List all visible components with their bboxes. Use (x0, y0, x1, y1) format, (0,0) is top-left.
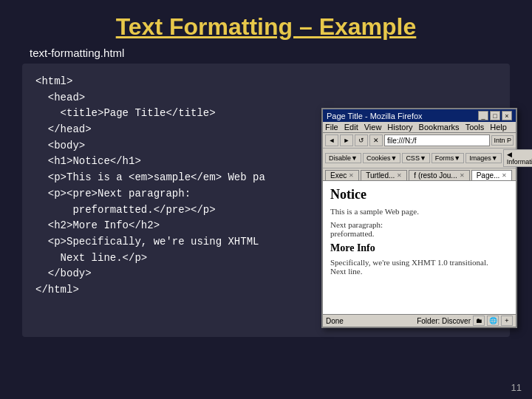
menu-tools[interactable]: Tools (466, 123, 485, 132)
tab-page-close[interactable]: ✕ (502, 172, 507, 179)
status-icon1: 🖿 (473, 316, 485, 326)
cookies-button[interactable]: Cookies▼ (363, 153, 400, 163)
go-button[interactable]: Intn P (491, 135, 514, 146)
filename-label: text-formatting.html (30, 47, 124, 59)
slide: Text Formatting – Example text-formattin… (0, 0, 532, 399)
browser-statusbar: Done Folder: Discover 🖿 🌐 + (323, 314, 516, 327)
information-button[interactable]: ◀ Information (503, 149, 532, 167)
titlebar-buttons: _ □ × (478, 111, 512, 120)
css-button[interactable]: CSS▼ (402, 153, 429, 163)
tab-page-label: Page... (477, 171, 500, 180)
menu-bookmarks[interactable]: Bookmarks (419, 123, 460, 132)
tab-resto[interactable]: f (resto Jou... ✕ (409, 170, 469, 180)
browser-content: Notice This is a sample Web page. Next p… (323, 181, 516, 314)
content-h1: Notice (330, 187, 508, 202)
tab-page[interactable]: Page... ✕ (471, 170, 513, 180)
status-icon3: + (501, 316, 513, 326)
tab-exec-close[interactable]: ✕ (349, 172, 354, 179)
content-p1: This is a sample Web page. (330, 207, 508, 216)
browser-menubar: File Edit View History Bookmarks Tools H… (323, 122, 516, 133)
tab-resto-close[interactable]: ✕ (460, 172, 465, 179)
slide-number: 11 (511, 382, 522, 393)
tab-turtled-label: Turtled... (366, 171, 395, 180)
browser-tabs: Exec ✕ Turtled... ✕ f (resto Jou... ✕ Pa… (323, 168, 516, 181)
back-button[interactable]: ◄ (325, 134, 338, 146)
forward-button[interactable]: ► (340, 134, 353, 146)
tab-turtled-close[interactable]: ✕ (397, 172, 402, 179)
content-p3-text: Specifically, we're using XHMT 1.0 trans… (330, 258, 488, 267)
statusbar-right-text: Folder: Discover (417, 317, 471, 325)
menu-history[interactable]: History (387, 123, 412, 132)
forms-button[interactable]: Forms▼ (432, 153, 464, 163)
menu-help[interactable]: Help (490, 123, 507, 132)
minimize-button[interactable]: _ (478, 111, 488, 120)
reload-button[interactable]: ↺ (355, 134, 368, 146)
menu-view[interactable]: View (364, 123, 382, 132)
tab-exec[interactable]: Exec ✕ (325, 170, 359, 180)
stop-button[interactable]: ✕ (369, 134, 383, 146)
statusbar-right: Folder: Discover 🖿 🌐 + (417, 316, 513, 326)
content-area: <html> <head> <title>Page Title</title> … (22, 64, 510, 337)
content-p2: Next paragraph: preformatted. (330, 220, 508, 238)
maximize-button[interactable]: □ (490, 111, 500, 120)
close-button[interactable]: × (502, 111, 512, 120)
content-p3-line2: Next line. (330, 267, 362, 276)
menu-file[interactable]: File (325, 123, 338, 132)
disable-button[interactable]: Disable▼ (325, 153, 361, 163)
browser-toolbar1: ◄ ► ↺ ✕ Intn P (323, 133, 516, 149)
browser-title: Page Title - Mozilla Firefox (327, 112, 423, 120)
browser-window: Page Title - Mozilla Firefox _ □ × File … (321, 108, 517, 328)
address-bar[interactable] (384, 134, 490, 146)
menu-edit[interactable]: Edit (344, 123, 358, 132)
statusbar-left: Done (326, 317, 344, 325)
content-h2: More Info (330, 242, 508, 254)
content-p3: Specifically, we're using XHMT 1.0 trans… (330, 258, 508, 276)
tab-exec-label: Exec (330, 171, 347, 180)
slide-title: Text Formatting – Example (116, 13, 417, 41)
images-button[interactable]: Images▼ (466, 153, 501, 163)
browser-toolbar2: Disable▼ Cookies▼ CSS▼ Forms▼ Images▼ ◀ … (323, 149, 516, 168)
tab-turtled[interactable]: Turtled... ✕ (361, 170, 407, 180)
status-icon2: 🌐 (487, 316, 499, 326)
content-p2-pre: preformatted. (330, 229, 375, 238)
browser-titlebar: Page Title - Mozilla Firefox _ □ × (323, 109, 516, 122)
tab-resto-label: f (resto Jou... (414, 171, 457, 180)
content-p2-label: Next paragraph: (330, 220, 383, 229)
